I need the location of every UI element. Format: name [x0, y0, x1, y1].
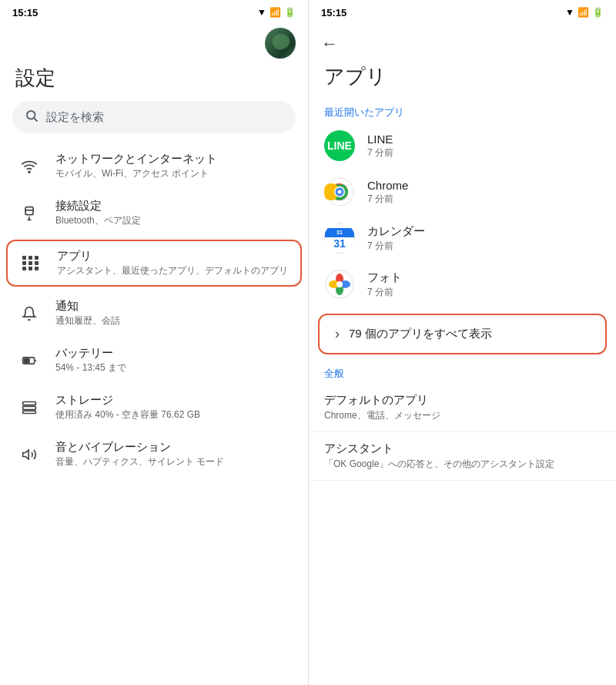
connected-text: 接続設定 Bluetooth、ペア設定	[55, 199, 141, 227]
cal-day: 31	[333, 238, 346, 249]
photos-icon	[324, 269, 355, 300]
avatar[interactable]	[265, 28, 296, 59]
photos-icon-svg	[324, 269, 355, 300]
chrome-icon-svg	[324, 176, 355, 207]
svg-rect-10	[23, 406, 36, 409]
settings-title: 設定	[0, 62, 308, 101]
svg-rect-9	[23, 401, 36, 405]
left-time: 15:15	[12, 7, 38, 18]
svg-rect-5	[24, 358, 29, 362]
bell-icon	[15, 300, 43, 327]
settings-list: ネットワークとインターネット モバイル、Wi-Fi、アクセス ポイント 接続設定…	[0, 143, 308, 685]
chrome-time: 7 分前	[367, 193, 408, 206]
line-time: 7 分前	[367, 146, 393, 159]
right-battery-icon: 🔋	[592, 7, 604, 18]
network-text: ネットワークとインターネット モバイル、Wi-Fi、アクセス ポイント	[55, 152, 217, 180]
notifications-title: 通知	[55, 299, 120, 314]
back-button[interactable]: ←	[321, 28, 344, 60]
storage-icon	[15, 394, 43, 421]
assistant-title: アシスタント	[324, 442, 601, 456]
photos-time: 7 分前	[367, 286, 402, 299]
right-panel: 15:15 ▼ 📶 🔋 ← アプリ 最近開いたアプリ LINE LINE 7 分…	[308, 0, 616, 685]
settings-item-storage[interactable]: ストレージ 使用済み 40% - 空き容量 76.62 GB	[0, 384, 308, 431]
battery-status-icon: 🔋	[284, 7, 296, 18]
right-header: ←	[309, 22, 616, 60]
svg-point-22	[336, 281, 343, 287]
search-icon	[25, 109, 38, 126]
app-item-line[interactable]: LINE LINE 7 分前	[309, 123, 616, 169]
photos-info: フォト 7 分前	[367, 270, 402, 299]
search-bar[interactable]: 設定を検索	[12, 101, 296, 133]
line-icon-shape: LINE	[324, 130, 355, 161]
connected-title: 接続設定	[55, 199, 141, 213]
line-icon: LINE	[324, 130, 355, 161]
wifi-icon	[15, 153, 43, 180]
apps-icon	[17, 250, 45, 277]
storage-title: ストレージ	[55, 393, 200, 408]
apps-text: アプリ アシスタント、最近使ったアプリ、デフォルトのアプリ	[57, 249, 288, 277]
sound-subtitle: 音量、ハプティクス、サイレント モード	[55, 455, 224, 468]
assistant-subtitle: 「OK Google」への応答と、その他のアシスタント設定	[324, 458, 601, 471]
general-item-assistant[interactable]: アシスタント 「OK Google」への応答と、その他のアシスタント設定	[309, 432, 616, 481]
left-header	[0, 22, 308, 62]
svg-line-1	[34, 118, 37, 121]
battery-subtitle: 54% - 13:45 まで	[55, 361, 126, 374]
storage-text: ストレージ 使用済み 40% - 空き容量 76.62 GB	[55, 393, 200, 421]
network-title: ネットワークとインターネット	[55, 152, 217, 166]
chrome-name: Chrome	[367, 179, 408, 192]
svg-marker-12	[23, 450, 29, 459]
general-label: 全般	[309, 361, 616, 384]
sound-text: 音とバイブレーション 音量、ハプティクス、サイレント モード	[55, 440, 224, 468]
app-item-photos[interactable]: フォト 7 分前	[309, 261, 616, 307]
general-item-default[interactable]: デフォルトのアプリ Chrome、電話、メッセージ	[309, 384, 616, 432]
right-status-bar: 15:15 ▼ 📶 🔋	[309, 0, 616, 22]
default-apps-title: デフォルトのアプリ	[324, 393, 601, 408]
sound-icon	[15, 441, 43, 468]
network-subtitle: モバイル、Wi-Fi、アクセス ポイント	[55, 167, 217, 180]
right-status-icons: ▼ 📶 🔋	[565, 7, 604, 18]
svg-point-0	[27, 111, 35, 119]
settings-item-connected[interactable]: 接続設定 Bluetooth、ペア設定	[0, 190, 308, 237]
svg-point-2	[28, 171, 30, 173]
settings-item-battery[interactable]: バッテリー 54% - 13:45 まで	[0, 337, 308, 384]
connected-subtitle: Bluetooth、ペア設定	[55, 214, 141, 227]
calendar-icon-shape: 31 31	[324, 223, 355, 254]
left-status-icons: ▼ 📶 🔋	[257, 7, 296, 18]
cal-month: 31	[325, 228, 354, 237]
right-title: アプリ	[309, 60, 616, 99]
left-status-bar: 15:15 ▼ 📶 🔋	[0, 0, 308, 22]
calendar-time: 7 分前	[367, 240, 425, 253]
recent-apps-label: 最近開いたアプリ	[309, 99, 616, 123]
battery-icon	[15, 347, 43, 374]
left-panel: 15:15 ▼ 📶 🔋 設定 設定を検索	[0, 0, 308, 685]
svg-rect-11	[23, 411, 36, 413]
apps-subtitle: アシスタント、最近使ったアプリ、デフォルトのアプリ	[57, 264, 288, 277]
show-all-apps-button[interactable]: › 79 個のアプリをすべて表示	[318, 314, 607, 354]
line-info: LINE 7 分前	[367, 133, 393, 159]
app-item-calendar[interactable]: 31 31 カレンダー 7 分前	[309, 215, 616, 261]
calendar-name: カレンダー	[367, 224, 425, 239]
wifi-status-icon: 📶	[270, 7, 281, 18]
battery-text: バッテリー 54% - 13:45 まで	[55, 346, 126, 374]
right-signal-icon: ▼	[565, 7, 574, 18]
settings-item-network[interactable]: ネットワークとインターネット モバイル、Wi-Fi、アクセス ポイント	[0, 143, 308, 190]
settings-item-apps[interactable]: アプリ アシスタント、最近使ったアプリ、デフォルトのアプリ	[6, 240, 302, 287]
chrome-info: Chrome 7 分前	[367, 179, 408, 206]
bluetooth-icon	[15, 200, 43, 227]
settings-item-sound[interactable]: 音とバイブレーション 音量、ハプティクス、サイレント モード	[0, 431, 308, 478]
svg-point-16	[338, 190, 342, 194]
chrome-icon	[324, 176, 355, 207]
calendar-info: カレンダー 7 分前	[367, 224, 425, 253]
signal-icon: ▼	[257, 7, 266, 18]
search-placeholder: 設定を検索	[46, 110, 104, 125]
storage-subtitle: 使用済み 40% - 空き容量 76.62 GB	[55, 408, 200, 421]
settings-item-notifications[interactable]: 通知 通知履歴、会話	[0, 290, 308, 337]
show-all-text: 79 個のアプリをすべて表示	[349, 327, 492, 341]
right-wifi-icon: 📶	[578, 7, 589, 18]
notifications-text: 通知 通知履歴、会話	[55, 299, 120, 327]
default-apps-subtitle: Chrome、電話、メッセージ	[324, 409, 601, 422]
sound-title: 音とバイブレーション	[55, 440, 224, 455]
app-item-chrome[interactable]: Chrome 7 分前	[309, 169, 616, 215]
notifications-subtitle: 通知履歴、会話	[55, 314, 120, 327]
photos-name: フォト	[367, 270, 402, 285]
